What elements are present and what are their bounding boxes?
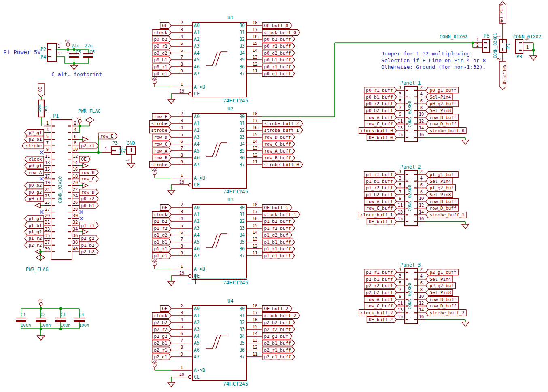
net-label-p1_g1[interactable]: p1_g1 — [152, 253, 171, 259]
net-label-row_A[interactable]: row_A — [25, 169, 44, 175]
net-label-Sel-Pin4[interactable]: Sel-Pin4 — [426, 276, 453, 282]
vcc-symbol[interactable]: VCC — [151, 360, 157, 370]
net-label-p1_g1_buff[interactable]: p1_g1_buff — [262, 253, 295, 259]
net-label-p0_g2[interactable]: p0_g2 — [152, 50, 171, 56]
net-label-strobe[interactable]: strobe — [149, 121, 171, 127]
net-label-row_E[interactable]: row_E — [98, 133, 117, 139]
net-label-row_A_buff[interactable]: row_A_buff — [364, 296, 397, 302]
net-label-Sel-Pin8[interactable]: Sel-Pin8 — [499, 61, 506, 90]
capacitor-c5[interactable]: +C522u — [67, 43, 81, 64]
net-label-p1_g2_buf[interactable]: p1_g2_buf — [426, 185, 456, 191]
capacitor-C2[interactable]: C2100n — [36, 309, 51, 329]
vcc-symbol[interactable]: VCC — [76, 116, 82, 126]
net-label-OE_buff_2[interactable]: OE_buff_2 — [367, 316, 397, 322]
net-label-row_A_buff[interactable]: row_A_buff — [262, 148, 295, 154]
net-label-p0_r1[interactable]: p0_r1 — [25, 196, 44, 202]
net-label-clock_buff_0[interactable]: clock_buff_0 — [262, 30, 300, 36]
net-label-p2_b1_buff[interactable]: p2_b1_buff — [262, 340, 295, 346]
net-label-p1_b1_buff[interactable]: p1_b1_buff — [364, 178, 397, 184]
vcc-symbol[interactable]: VCC — [151, 168, 157, 178]
net-label-p0_b1_buff[interactable]: p0_b1_buff — [364, 94, 397, 100]
ic-U3[interactable]: U374HCT2452A018B03A117B14A216B25A315B36A… — [151, 197, 262, 286]
net-label-p0_b2[interactable]: p0_b2 — [152, 36, 171, 42]
net-label-row_B_buff[interactable]: row_B_buff — [262, 155, 295, 161]
net-label-row_B[interactable]: row_B — [79, 169, 98, 175]
net-label-p0_b1[interactable]: p0_b1 — [79, 202, 98, 208]
net-label-OE_buff_2[interactable]: OE_buff_2 — [262, 306, 292, 312]
net-label-p2_g2_buf[interactable]: p2_g2_buf — [426, 283, 456, 289]
net-label-strobe_buff_2[interactable]: strobe_buff_2 — [262, 121, 303, 127]
pwr-flag-symbol[interactable] — [86, 117, 94, 126]
net-label-p1_b2_buff[interactable]: p1_b2_buff — [364, 192, 397, 198]
capacitor-c6[interactable]: C622u — [83, 43, 95, 64]
net-label-p2_b2_buff[interactable]: p2_b2_buff — [364, 290, 397, 296]
net-label-row_A_buff[interactable]: row_A_buff — [364, 198, 397, 204]
net-label-p0_b2[interactable]: p0_b2 — [25, 182, 44, 189]
net-label-clock[interactable]: clock — [25, 156, 44, 162]
net-label-OE[interactable]: OE — [160, 23, 171, 29]
net-label-p0_b2_buff[interactable]: p0_b2_buff — [364, 108, 397, 114]
capacitor-C1[interactable]: C1100n — [16, 309, 31, 329]
connector-p8[interactable]: CONN_01X0221P8 — [513, 34, 541, 60]
net-label-row_C_buff[interactable]: row_C_buff — [364, 303, 397, 309]
net-label-p1_g1[interactable]: p1_g1 — [25, 216, 44, 222]
net-label-p0_r1_buff[interactable]: p0_r1_buff — [262, 64, 295, 70]
net-label-p0_r1[interactable]: p0_r1 — [152, 64, 171, 70]
net-label-clock_buff_2[interactable]: clock_buff_2 — [359, 310, 397, 316]
net-label-p0_g2[interactable]: p0_g2 — [25, 189, 44, 195]
net-label-Sel-Pin4[interactable]: Sel-Pin4 — [426, 178, 453, 184]
net-label-p1_r1[interactable]: p1_r1 — [79, 222, 98, 228]
net-label-OE_buff_1[interactable]: OE_buff_1 — [262, 205, 292, 211]
net-label-clock_buff_1[interactable]: clock_buff_1 — [359, 212, 397, 218]
net-label-row_C_buff[interactable]: row_C_buff — [262, 141, 295, 147]
net-label-p0_g1_buff[interactable]: p0_g1_buff — [262, 71, 295, 77]
net-label-p1_r1[interactable]: p1_r1 — [152, 246, 171, 252]
net-label-p1_g2[interactable]: p1_g2 — [152, 232, 171, 238]
net-label-p2_g2[interactable]: p2_g2 — [79, 235, 98, 242]
net-label-strobe_buff_1[interactable]: strobe_buff_1 — [262, 127, 303, 133]
net-label-p2_b2[interactable]: p2_b2 — [152, 320, 171, 326]
capacitor-C4[interactable]: C4100n — [74, 309, 89, 329]
net-label-OE[interactable]: OE — [160, 205, 171, 211]
net-label-row_A_buff[interactable]: row_A_buff — [364, 114, 397, 120]
net-label-row_D_buff[interactable]: row_D_buff — [426, 121, 458, 127]
net-label-p2_g2_buf[interactable]: p2_g2_buf — [262, 333, 292, 339]
net-label-Sel-Pin8[interactable]: Sel-Pin8 — [426, 108, 453, 114]
net-label-p0_r2_buff[interactable]: p0_r2_buff — [262, 43, 295, 49]
net-label-row_E[interactable]: row_E — [152, 114, 171, 120]
net-label-p1_g1_buff[interactable]: p1_g1_buff — [426, 172, 458, 178]
net-label-row_C[interactable]: row_C — [152, 141, 171, 147]
net-label-p2_g2[interactable]: p2_g2 — [152, 333, 171, 339]
ic-U2[interactable]: U274HCT2452A018B03A117B14A216B25A315B36A… — [151, 106, 262, 195]
net-label-p0_r2_buff[interactable]: p0_r2_buff — [364, 101, 397, 107]
net-label-p0_b1_buff[interactable]: p0_b1_buff — [262, 57, 295, 63]
vcc-symbol[interactable]: VCC — [65, 39, 70, 49]
net-label-strobe_buff_0[interactable]: strobe_buff_0 — [262, 162, 303, 168]
net-label-p0_g2_buff[interactable]: p0_g2_buff — [262, 50, 295, 56]
ic-U1[interactable]: U174HCT2452A018B03A117B14A216B25A315B36A… — [151, 15, 262, 104]
net-label-strobe[interactable]: strobe — [149, 162, 171, 168]
net-label-row_C_buff[interactable]: row_C_buff — [364, 121, 397, 127]
connector-p2-p4[interactable]: P2P411 — [40, 43, 60, 61]
net-label-p1_r1_buff[interactable]: p1_r1_buff — [364, 172, 397, 178]
net-label-row_B[interactable]: row_B — [152, 155, 171, 161]
net-label-row_D[interactable]: row_D — [79, 189, 98, 195]
net-label-p2_r1[interactable]: p2_r1 — [79, 143, 98, 149]
net-label-p1_r2[interactable]: p1_r2 — [152, 225, 171, 231]
net-label-p2_r2[interactable]: p2_r2 — [25, 242, 44, 248]
net-label-p0_b2_buff[interactable]: p0_b2_buff — [262, 36, 295, 42]
net-label-p0_g1[interactable]: p0_g1 — [25, 163, 44, 169]
net-label-clock[interactable]: clock — [152, 313, 171, 319]
net-label-Sel-Pin4[interactable]: Sel-Pin4 — [499, 2, 506, 23]
net-label-row_C[interactable]: row_C — [79, 176, 98, 182]
net-label-OE-vertical[interactable]: OE — [38, 84, 45, 97]
net-label-Sel-Pin4[interactable]: Sel-Pin4 — [426, 94, 453, 100]
net-label-strobe[interactable]: strobe — [22, 143, 44, 149]
net-label-clock_buff_1[interactable]: clock_buff_1 — [262, 212, 300, 218]
net-label-p2_b2[interactable]: p2_b2 — [79, 249, 98, 255]
net-label-Sel-Pin8[interactable]: Sel-Pin8 — [426, 290, 453, 296]
net-label-p1_b1[interactable]: p1_b1 — [25, 222, 44, 228]
net-label-clock[interactable]: clock — [152, 212, 171, 218]
net-label-row_D[interactable]: row_D — [152, 134, 171, 140]
net-label-OE_buff_0[interactable]: OE_buff_0 — [367, 134, 397, 140]
